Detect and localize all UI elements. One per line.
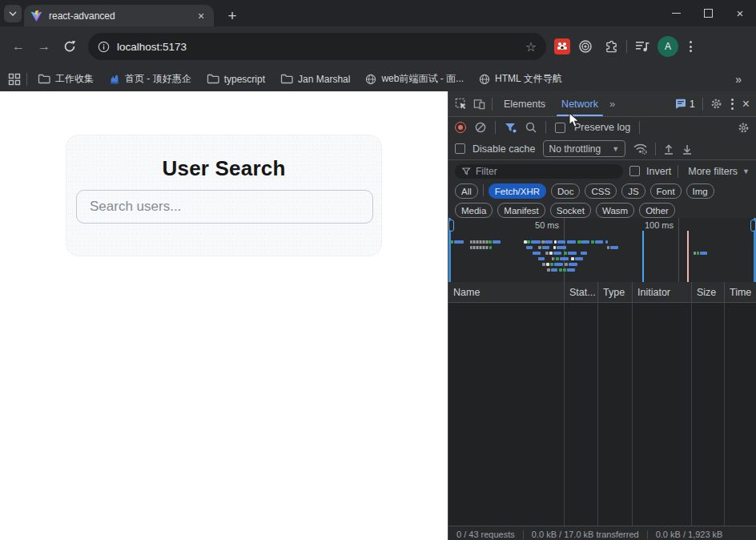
chip-wasm[interactable]: Wasm <box>596 203 634 218</box>
devtools-close-icon[interactable]: × <box>742 97 750 111</box>
filter-funnel-icon[interactable] <box>505 123 517 133</box>
browser-menu-button[interactable] <box>683 41 698 52</box>
column-header-name[interactable]: Name <box>448 282 564 302</box>
waterfall-bar <box>546 263 549 266</box>
preserve-log-checkbox[interactable] <box>555 123 565 133</box>
invert-checkbox[interactable] <box>629 166 640 176</box>
disable-cache-checkbox[interactable] <box>455 143 465 154</box>
column-divider <box>632 303 633 526</box>
bookmarks-bar: 工作收集 首页 - 顶好惠企 typescript Jan Marshal we… <box>0 66 756 91</box>
extension-icon-red[interactable] <box>554 38 570 54</box>
device-toolbar-icon[interactable] <box>473 98 485 110</box>
devtools-separator <box>655 143 656 155</box>
clear-network-log-icon[interactable] <box>475 122 486 133</box>
url-text[interactable]: localhost:5173 <box>117 41 518 53</box>
browser-tab-active[interactable]: react-advanced × <box>24 5 214 26</box>
back-button[interactable]: ← <box>8 36 29 57</box>
reload-button[interactable] <box>59 36 80 57</box>
network-conditions-icon[interactable] <box>633 143 648 155</box>
tab-elements[interactable]: Elements <box>499 91 550 116</box>
bookmark-star-icon[interactable]: ☆ <box>525 39 537 54</box>
waterfall-bar <box>547 268 550 272</box>
chip-doc[interactable]: Doc <box>551 183 580 199</box>
waterfall-bar <box>554 240 557 244</box>
column-header-type[interactable]: Type <box>597 282 632 302</box>
browser-toolbar: ← → localhost:5173 ☆ <box>0 26 756 66</box>
profile-avatar[interactable]: A <box>657 36 678 57</box>
chip-all[interactable]: All <box>455 183 478 199</box>
devtools-menu-button[interactable] <box>730 99 735 110</box>
waterfall-bar <box>553 252 561 255</box>
tab-network[interactable]: Network <box>557 91 603 116</box>
minimize-button[interactable] <box>660 0 692 26</box>
bookmark-item-globe-2[interactable]: HTML 文件导航 <box>474 71 567 87</box>
waterfall-bar <box>581 240 589 244</box>
waterfall-bar <box>557 246 566 249</box>
extension-glyph <box>557 41 568 52</box>
more-filters-label: More filters <box>688 166 738 177</box>
globe-icon <box>479 74 490 85</box>
network-toolbar-row1: Preserve log <box>448 117 756 138</box>
address-bar[interactable]: localhost:5173 ☆ <box>88 33 546 60</box>
import-har-icon[interactable] <box>663 143 674 155</box>
media-playlist-icon[interactable] <box>632 36 653 57</box>
column-header-size[interactable]: Size <box>691 282 724 302</box>
bookmark-item-folder-3[interactable]: Jan Marshal <box>275 72 355 87</box>
bookmark-item-folder-2[interactable]: typescript <box>202 72 270 87</box>
extensions-puzzle-icon[interactable] <box>601 36 621 57</box>
overview-right-grip-handle[interactable] <box>750 220 756 232</box>
new-tab-button[interactable]: + <box>222 6 243 26</box>
issues-counter[interactable]: 1 <box>675 99 695 110</box>
bookmarks-separator <box>26 73 27 86</box>
bookmarks-overflow-button[interactable]: » <box>735 73 748 86</box>
chip-other[interactable]: Other <box>639 203 675 218</box>
devtools-separator <box>678 165 678 178</box>
chevron-down-icon <box>9 11 17 16</box>
chip-media[interactable]: Media <box>455 203 493 218</box>
network-settings-gear-icon[interactable] <box>738 122 750 134</box>
throttling-dropdown[interactable]: No throttling ▼ <box>543 140 626 157</box>
waterfall-bar <box>545 240 553 244</box>
waterfall-bar <box>568 252 577 255</box>
resources-size: 0.0 kB / 1,923 kB <box>656 530 723 539</box>
close-button[interactable]: × <box>724 0 756 26</box>
recorder-icon[interactable] <box>575 36 596 57</box>
chip-css[interactable]: CSS <box>585 183 617 199</box>
overview-left-grip-handle[interactable] <box>448 220 454 232</box>
bookmark-item-site[interactable]: 首页 - 顶好惠企 <box>104 71 196 87</box>
column-header-status[interactable]: Stat... <box>564 282 597 302</box>
forward-button[interactable]: → <box>34 36 54 57</box>
column-header-time[interactable]: Time <box>724 282 756 302</box>
inspect-element-icon[interactable] <box>455 98 467 110</box>
waterfall-bar <box>575 257 583 260</box>
column-header-initiator[interactable]: Initiator <box>632 282 691 302</box>
export-har-icon[interactable] <box>682 143 693 155</box>
waterfall-bar <box>531 240 541 244</box>
more-tabs-button[interactable]: » <box>609 98 615 110</box>
bookmark-item-globe-1[interactable]: web前端面试 - 面... <box>360 71 468 87</box>
waterfall-bar <box>595 240 603 244</box>
tab-close-icon[interactable]: × <box>195 10 207 22</box>
folder-icon <box>38 74 50 84</box>
search-network-icon[interactable] <box>525 122 537 133</box>
filter-input[interactable]: Filter <box>455 164 623 179</box>
maximize-button[interactable] <box>692 0 724 26</box>
chip-js[interactable]: JS <box>621 183 645 199</box>
search-input[interactable] <box>76 190 373 224</box>
chip-font[interactable]: Font <box>650 183 682 199</box>
issues-bubble-icon <box>675 99 686 109</box>
chip-socket[interactable]: Socket <box>550 203 591 218</box>
chip-manifest[interactable]: Manifest <box>497 203 545 218</box>
network-overview-waterfall[interactable]: 50 ms 100 ms <box>448 218 756 283</box>
site-info-icon[interactable] <box>98 41 110 53</box>
record-network-log-button[interactable] <box>455 122 466 133</box>
chip-img[interactable]: Img <box>686 183 714 199</box>
chip-fetch-xhr[interactable]: Fetch/XHR <box>489 183 546 199</box>
devtools-settings-gear-icon[interactable] <box>710 98 722 110</box>
more-filters-button[interactable]: More filters ▼ <box>688 166 750 177</box>
waterfall-bar <box>553 246 556 249</box>
requests-table-body[interactable] <box>448 303 756 526</box>
bookmark-item-folder-1[interactable]: 工作收集 <box>33 71 99 87</box>
tab-search-button[interactable] <box>4 5 22 22</box>
apps-grid-icon[interactable] <box>8 73 21 86</box>
